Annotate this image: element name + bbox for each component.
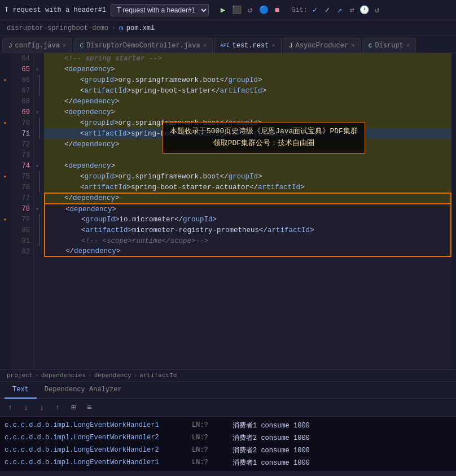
line-num-79[interactable]: 79 xyxy=(10,214,33,225)
gutter-item xyxy=(0,128,10,139)
console-msg-1: 消费者2 consume 1000 xyxy=(233,433,310,443)
git-sync[interactable]: ⇄ xyxy=(347,5,357,15)
line-num-68[interactable]: 68 xyxy=(10,96,33,107)
git-push[interactable]: ↗ xyxy=(335,5,345,15)
code-text-82: </dependency> xyxy=(65,247,121,255)
tab-text[interactable]: Text xyxy=(5,382,37,399)
line-num-64[interactable]: 64 xyxy=(10,53,33,64)
line-num-73[interactable]: 73 xyxy=(10,150,33,160)
tab-test[interactable]: API test.rest × xyxy=(214,38,282,53)
code-content[interactable]: 本题收录于5000页史诗级《尼恩Java面试宝典》PDF集群 领取PDF集群公号… xyxy=(44,53,451,369)
watermark-overlay: 本题收录于5000页史诗级《尼恩Java面试宝典》PDF集群 领取PDF集群公号… xyxy=(163,122,365,154)
debug-button[interactable]: ⬛ xyxy=(231,5,242,15)
line-num-72[interactable]: 72 xyxy=(10,139,33,150)
tab-config[interactable]: J config.java × xyxy=(2,38,72,53)
gutter-indicator-69: ● xyxy=(0,117,10,128)
console-ln-3: LN:? xyxy=(192,458,226,466)
code-line-68: </dependency> xyxy=(44,96,451,107)
code-text-76: <artifactId>spring-boot-starter-actuator… xyxy=(80,184,305,191)
breadcrumb-project[interactable]: disruptor-springboot-demo xyxy=(7,24,108,32)
gutter-item xyxy=(0,150,10,160)
run-button[interactable]: ▶ xyxy=(218,5,228,15)
console-icon-menu[interactable]: ≡ xyxy=(84,402,95,413)
gutter-item xyxy=(0,257,10,268)
code-text-69: <dependency> xyxy=(64,108,115,116)
file-tabs: J config.java × C DisruptorDemoControlle… xyxy=(0,36,456,53)
code-line-65: <dependency> xyxy=(44,64,451,75)
fold-71 xyxy=(39,128,40,139)
fold-80 xyxy=(39,225,40,235)
tab-close-async[interactable]: × xyxy=(351,42,355,49)
line-num-78[interactable]: 78 xyxy=(10,203,33,214)
git-history[interactable]: 🕐 xyxy=(359,5,370,15)
line-num-81[interactable]: 81 xyxy=(10,235,33,246)
tab-controller[interactable]: C DisruptorDemoController.java × xyxy=(73,38,213,53)
tab-text-label: Text xyxy=(12,386,29,394)
gutter-item xyxy=(0,107,10,117)
coverage-button[interactable]: 🔵 xyxy=(258,5,269,15)
line-numbers: 64 65 66 67 68 69 70 71 72 73 74 75 76 7… xyxy=(10,53,34,369)
code-text-75: <groupId>org.springframework.boot</group… xyxy=(80,173,262,181)
tab-label-test: test.rest xyxy=(233,42,269,50)
console-icon-up2[interactable]: ↑ xyxy=(52,402,63,413)
stop-button[interactable]: ■ xyxy=(272,5,282,15)
line-num-75[interactable]: 75 xyxy=(10,171,33,182)
line-num-67[interactable]: 67 xyxy=(10,85,33,96)
tab-close-test[interactable]: × xyxy=(271,42,275,49)
console-msg-3: 消费者1 consume 1000 xyxy=(233,458,310,468)
line-num-66[interactable]: 66 xyxy=(10,75,33,85)
rerun-button[interactable]: ↺ xyxy=(245,5,255,15)
run-config-dropdown[interactable]: T request with a header#1 xyxy=(111,4,209,16)
breadcrumb-file[interactable]: pom.xml xyxy=(126,24,155,32)
tab-close-config[interactable]: × xyxy=(63,42,67,49)
fold-69[interactable]: ▾ xyxy=(34,107,44,117)
gutter-item xyxy=(0,182,10,193)
line-num-69[interactable]: 69 xyxy=(10,107,33,117)
git-section: Git: ✓ ✓ ↗ ⇄ 🕐 ↺ xyxy=(291,5,382,15)
console-ln-1: LN:? xyxy=(192,434,226,442)
console-icon-down1[interactable]: ↓ xyxy=(20,402,32,413)
gutter-item xyxy=(0,53,10,64)
tab-disrupt[interactable]: C Disrupt × xyxy=(362,38,416,53)
git-check2[interactable]: ✓ xyxy=(322,5,332,15)
tab-close-disrupt[interactable]: × xyxy=(406,42,410,49)
console-toolbar: ↑ ↓ ↓ ↑ ⊞ ≡ xyxy=(0,399,456,417)
fold-81 xyxy=(39,235,40,246)
tab-dependency-label: Dependency Analyzer xyxy=(45,386,122,394)
watermark-line2: 领取PDF集群公号：技术自由圈 xyxy=(170,138,358,150)
line-num-65[interactable]: 65 xyxy=(10,64,33,75)
console-class-1: c.c.c.d.d.b.impl.LongEventWorkHandler2 xyxy=(5,434,185,442)
line-num-71[interactable]: 71 xyxy=(10,128,33,139)
line-num-74[interactable]: 74 xyxy=(10,160,33,171)
line-num-77[interactable]: 77 xyxy=(10,193,33,203)
right-scrollbar[interactable] xyxy=(451,53,456,369)
line-num-76[interactable]: 76 xyxy=(10,182,33,193)
code-line-79: <groupId>io.micrometer</groupId> xyxy=(44,214,451,225)
fold-76 xyxy=(39,182,40,193)
line-num-80[interactable]: 80 xyxy=(10,225,33,235)
fold-78[interactable]: ▾ xyxy=(34,203,44,214)
gutter-item xyxy=(0,246,10,257)
bc-artifactid[interactable]: artifactId xyxy=(139,372,177,379)
console-icon-down2[interactable]: ↓ xyxy=(36,402,47,413)
bc-dependencies[interactable]: dependencies xyxy=(41,372,86,379)
console-icon-up[interactable]: ↑ xyxy=(5,402,16,413)
tab-icon-disrupt: C xyxy=(369,42,372,49)
git-check1[interactable]: ✓ xyxy=(310,5,320,15)
bc-project[interactable]: project xyxy=(7,372,33,379)
tab-async[interactable]: J AsyncProducer × xyxy=(283,38,361,53)
fold-65[interactable]: ▾ xyxy=(34,64,44,75)
git-rollback[interactable]: ↺ xyxy=(372,5,382,15)
code-line-69: <dependency> xyxy=(44,107,451,117)
tab-close-controller[interactable]: × xyxy=(203,42,207,49)
code-line-74: <dependency> xyxy=(44,160,451,171)
line-num-82[interactable]: 82 xyxy=(10,246,33,257)
bottom-breadcrumb: project › dependencies › dependency › ar… xyxy=(0,369,456,382)
fold-74[interactable]: ▾ xyxy=(34,160,44,171)
code-text-78: <dependency> xyxy=(65,206,116,213)
tab-dependency-analyzer[interactable]: Dependency Analyzer xyxy=(37,382,130,399)
line-num-70[interactable]: 70 xyxy=(10,117,33,128)
console-icon-grid[interactable]: ⊞ xyxy=(68,402,79,413)
bc-dependency[interactable]: dependency xyxy=(94,372,131,379)
console-class-0: c.c.c.d.d.b.impl.LongEventWorkHandler1 xyxy=(5,421,185,429)
